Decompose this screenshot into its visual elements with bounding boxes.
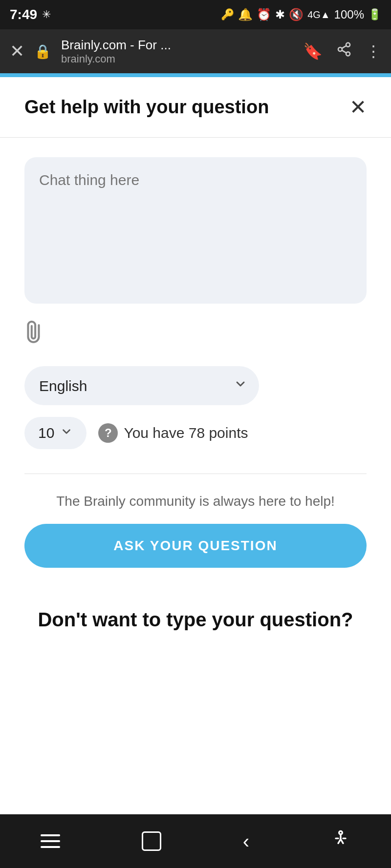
- status-right: 🔑 🔔 ⏰ ✱ 🔇 4G▲ 100% 🔋: [221, 8, 381, 21]
- ask-question-button[interactable]: ASK YOUR QUESTION: [24, 524, 367, 568]
- help-circle-icon: ?: [98, 423, 118, 443]
- dont-want-title: Don't want to type your question?: [24, 607, 367, 632]
- svg-line-3: [342, 50, 346, 53]
- nav-recent-apps-button[interactable]: [41, 834, 60, 848]
- question-textarea[interactable]: [24, 157, 367, 304]
- share-icon[interactable]: [336, 41, 352, 61]
- browser-title: Brainly.com - For ...: [61, 38, 293, 53]
- browser-domain: brainly.com: [61, 53, 293, 65]
- community-section: The Brainly community is always here to …: [24, 474, 367, 587]
- nav-back-button[interactable]: ‹: [243, 830, 249, 852]
- attachment-row: [24, 320, 367, 347]
- language-select[interactable]: English Spanish French German Portuguese: [24, 366, 259, 405]
- community-text: The Brainly community is always here to …: [24, 494, 367, 509]
- back-icon: ‹: [243, 830, 249, 852]
- page-title: Get help with your question: [24, 97, 269, 118]
- points-text: You have 78 points: [124, 425, 248, 441]
- nav-home-button[interactable]: [142, 831, 161, 851]
- bell-icon: 🔔: [238, 8, 253, 21]
- lock-icon: 🔒: [34, 43, 51, 60]
- home-icon: [142, 831, 161, 851]
- attachment-icon[interactable]: [18, 316, 52, 350]
- battery-text: 100%: [334, 8, 364, 21]
- recent-apps-icon: [41, 834, 60, 848]
- mute-icon: 🔇: [289, 8, 304, 21]
- more-icon[interactable]: ⋮: [366, 42, 381, 61]
- battery-icon: 🔋: [368, 8, 381, 21]
- points-dropdown[interactable]: 10: [24, 417, 87, 449]
- chat-area-wrapper: [24, 157, 367, 306]
- bottom-fade: [24, 642, 367, 671]
- points-info: ? You have 78 points: [98, 423, 248, 443]
- browser-actions: 🔖 ⋮: [303, 41, 381, 61]
- url-block: Brainly.com - For ... brainly.com: [61, 38, 293, 65]
- header-divider: [0, 137, 391, 138]
- bottom-section: Don't want to type your question?: [0, 607, 391, 681]
- status-time: 7:49: [10, 7, 37, 22]
- browser-bar: ✕ 🔒 Brainly.com - For ... brainly.com 🔖 …: [0, 29, 391, 73]
- page-header: Get help with your question ✕: [24, 97, 367, 118]
- language-select-container: English Spanish French German Portuguese: [24, 366, 259, 405]
- asterisk-icon: ✳: [42, 8, 51, 21]
- signal-icon: 4G▲: [307, 9, 330, 21]
- nav-accessibility-button[interactable]: [331, 829, 350, 853]
- status-bar: 7:49 ✳ 🔑 🔔 ⏰ ✱ 🔇 4G▲ 100% 🔋: [0, 0, 391, 29]
- accessibility-icon: [331, 829, 350, 853]
- language-select-wrapper: English Spanish French German Portuguese: [24, 366, 367, 405]
- points-row: 10 ? You have 78 points: [24, 417, 367, 449]
- bookmark-icon[interactable]: 🔖: [303, 42, 323, 61]
- browser-close-button[interactable]: ✕: [10, 41, 24, 62]
- blue-accent: [0, 73, 391, 77]
- svg-line-4: [342, 46, 346, 48]
- key-icon: 🔑: [221, 8, 234, 21]
- close-dialog-button[interactable]: ✕: [349, 97, 367, 118]
- main-content: Get help with your question ✕ English Sp…: [0, 77, 391, 607]
- status-left: 7:49 ✳: [10, 7, 51, 22]
- bottom-nav: ‹: [0, 814, 391, 868]
- alarm-icon: ⏰: [257, 8, 271, 21]
- bluetooth-icon: ✱: [275, 8, 285, 21]
- points-value: 10: [38, 425, 54, 441]
- points-chevron-icon: [60, 425, 73, 441]
